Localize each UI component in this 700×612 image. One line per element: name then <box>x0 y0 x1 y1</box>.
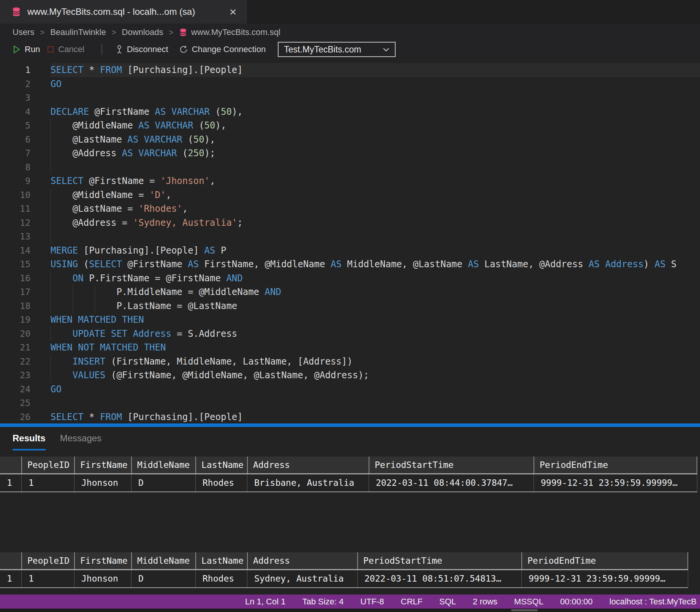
row-number-cell[interactable]: 1 <box>0 570 21 587</box>
row-number-header[interactable] <box>0 552 21 569</box>
line-code[interactable] <box>51 396 700 410</box>
cancel-button[interactable]: Cancel <box>47 44 84 54</box>
horizontal-scrollbar-thumb[interactable] <box>511 609 538 611</box>
editor-line[interactable]: 11@LastName = 'Rhodes', <box>0 202 700 216</box>
line-code[interactable]: SELECT * FROM [Purchasing].[People] <box>51 410 700 424</box>
column-header-address[interactable]: Address <box>247 457 369 473</box>
breadcrumb-item[interactable]: Users <box>13 27 34 37</box>
line-code[interactable]: P.LastName = @LastName <box>51 299 700 313</box>
status-item[interactable]: MSSQL <box>514 597 543 607</box>
editor-line[interactable]: 12@Address = 'Sydney, Australia'; <box>0 216 700 230</box>
editor-line[interactable]: 24GO <box>0 382 700 396</box>
grid-cell[interactable]: Rhodes <box>195 570 247 587</box>
grid-cell[interactable]: Rhodes <box>195 474 247 492</box>
tab-results[interactable]: Results <box>13 433 46 450</box>
column-header-middlename[interactable]: MiddleName <box>131 457 195 473</box>
editor-line[interactable]: 17P.MiddleName = @MiddleName AND <box>0 285 700 299</box>
row-number-cell[interactable]: 1 <box>0 474 21 492</box>
disconnect-button[interactable]: Disconnect <box>116 44 168 54</box>
status-item[interactable]: SQL <box>439 597 456 607</box>
column-header-peopleid[interactable]: PeopleID <box>21 457 74 473</box>
editor-line[interactable]: 21WHEN NOT MATCHED THEN <box>0 341 700 355</box>
grid-cell[interactable]: D <box>131 474 195 492</box>
connection-dropdown[interactable]: Test.MyTecBits.com <box>278 42 396 57</box>
grid-cell[interactable]: 2022-03-11 08:51:07.54813… <box>357 570 521 587</box>
line-code[interactable]: WHEN MATCHED THEN <box>51 313 700 327</box>
grid-cell[interactable]: 1 <box>21 474 74 492</box>
grid-cell[interactable]: 9999-12-31 23:59:59.99999… <box>521 570 687 587</box>
column-header-firstname[interactable]: FirstName <box>74 457 131 473</box>
editor-line[interactable]: 7@Address AS VARCHAR (250); <box>0 146 700 160</box>
status-item[interactable]: UTF-8 <box>360 597 384 607</box>
editor-line[interactable]: 5@MiddleName AS VARCHAR (50), <box>0 119 700 133</box>
change-connection-button[interactable]: Change Connection <box>179 44 266 54</box>
grid-cell[interactable]: 2022-03-11 08:44:00.37847… <box>369 474 534 492</box>
sql-editor[interactable]: 1SELECT * FROM [Purchasing].[People]2GO3… <box>0 58 700 423</box>
line-code[interactable]: MERGE [Purchasing].[People] AS P <box>51 244 700 258</box>
column-header-firstname[interactable]: FirstName <box>74 552 131 569</box>
column-header-peopleid[interactable]: PeopleID <box>21 552 74 569</box>
column-header-lastname[interactable]: LastName <box>195 552 247 569</box>
editor-line[interactable]: 18P.LastName = @LastName <box>0 299 700 313</box>
editor-line[interactable]: 20UPDATE SET Address = S.Address <box>0 327 700 341</box>
status-item[interactable]: Ln 1, Col 1 <box>245 597 285 607</box>
editor-line[interactable]: 25 <box>0 396 700 410</box>
line-code[interactable]: SELECT @FirstName = 'Jhonson', <box>51 174 700 188</box>
line-code[interactable]: WHEN NOT MATCHED THEN <box>51 341 700 355</box>
line-code[interactable]: USING (SELECT @FirstName AS FirstName, @… <box>51 257 700 271</box>
editor-line[interactable]: 1SELECT * FROM [Purchasing].[People] <box>0 63 700 77</box>
line-code[interactable]: GO <box>51 77 700 91</box>
editor-line[interactable]: 15USING (SELECT @FirstName AS FirstName,… <box>0 257 700 271</box>
column-header-address[interactable]: Address <box>247 552 357 569</box>
run-button[interactable]: Run <box>13 44 40 54</box>
line-code[interactable]: ON P.FirstName = @FirstName AND <box>51 271 700 285</box>
row-number-header[interactable] <box>0 457 21 473</box>
column-header-lastname[interactable]: LastName <box>195 457 247 473</box>
status-item[interactable]: 2 rows <box>473 597 497 607</box>
line-code[interactable]: SELECT * FROM [Purchasing].[People] <box>51 63 700 77</box>
editor-line[interactable]: 4DECLARE @FirstName AS VARCHAR (50), <box>0 105 700 119</box>
editor-line[interactable]: 10@MiddleName = 'D', <box>0 188 700 202</box>
line-code[interactable]: @MiddleName = 'D', <box>51 188 700 202</box>
line-code[interactable]: GO <box>51 382 700 396</box>
line-code[interactable] <box>51 230 700 244</box>
column-header-periodstarttime[interactable]: PeriodStartTime <box>369 457 534 473</box>
grid-cell[interactable]: D <box>131 570 195 587</box>
editor-line[interactable]: 16ON P.FirstName = @FirstName AND <box>0 271 700 285</box>
breadcrumb-item[interactable]: www.MyTecBits.com.sql <box>179 27 280 37</box>
editor-line[interactable]: 26SELECT * FROM [Purchasing].[People] <box>0 410 700 424</box>
close-icon[interactable]: × <box>223 0 242 24</box>
window-tab[interactable]: www.MyTecBits.com.sql - localh...om (sa)… <box>0 0 247 24</box>
line-code[interactable]: @Address = 'Sydney, Australia'; <box>51 216 700 230</box>
column-header-periodendtime[interactable]: PeriodEndTime <box>521 552 687 569</box>
editor-line[interactable]: 8 <box>0 160 700 174</box>
line-code[interactable]: @Address AS VARCHAR (250); <box>51 146 700 160</box>
tab-messages[interactable]: Messages <box>60 433 101 450</box>
breadcrumb-item[interactable]: Downloads <box>122 27 163 37</box>
editor-line[interactable]: 2GO <box>0 77 700 91</box>
line-code[interactable] <box>51 160 700 174</box>
editor-line[interactable]: 19WHEN MATCHED THEN <box>0 313 700 327</box>
grid-cell[interactable]: Jhonson <box>74 474 131 492</box>
grid-cell[interactable]: Jhonson <box>74 570 131 587</box>
editor-line[interactable]: 14MERGE [Purchasing].[People] AS P <box>0 244 700 258</box>
editor-line[interactable]: 6@LastName AS VARCHAR (50), <box>0 133 700 147</box>
status-item[interactable]: localhost : Test.MyTecB <box>610 597 697 607</box>
status-item[interactable]: Tab Size: 4 <box>302 597 344 607</box>
line-code[interactable]: P.MiddleName = @MiddleName AND <box>51 285 700 299</box>
editor-line[interactable]: 3 <box>0 91 700 105</box>
editor-results-sash[interactable] <box>0 423 700 427</box>
line-code[interactable]: VALUES (@FirstName, @MiddleName, @LastNa… <box>51 368 700 382</box>
editor-line[interactable]: 22INSERT (FirstName, MiddleName, LastNam… <box>0 355 700 369</box>
line-code[interactable]: UPDATE SET Address = S.Address <box>51 327 700 341</box>
breadcrumb-item[interactable]: BeaulinTwinkle <box>50 27 106 37</box>
line-code[interactable]: @MiddleName AS VARCHAR (50), <box>51 119 700 133</box>
column-header-middlename[interactable]: MiddleName <box>131 552 195 569</box>
editor-line[interactable]: 9SELECT @FirstName = 'Jhonson', <box>0 174 700 188</box>
editor-line[interactable]: 23VALUES (@FirstName, @MiddleName, @Last… <box>0 368 700 382</box>
line-code[interactable]: @LastName AS VARCHAR (50), <box>51 133 700 147</box>
line-code[interactable]: DECLARE @FirstName AS VARCHAR (50), <box>51 105 700 119</box>
column-header-periodstarttime[interactable]: PeriodStartTime <box>357 552 521 569</box>
grid-cell[interactable]: 1 <box>21 570 74 587</box>
editor-line[interactable]: 13 <box>0 230 700 244</box>
